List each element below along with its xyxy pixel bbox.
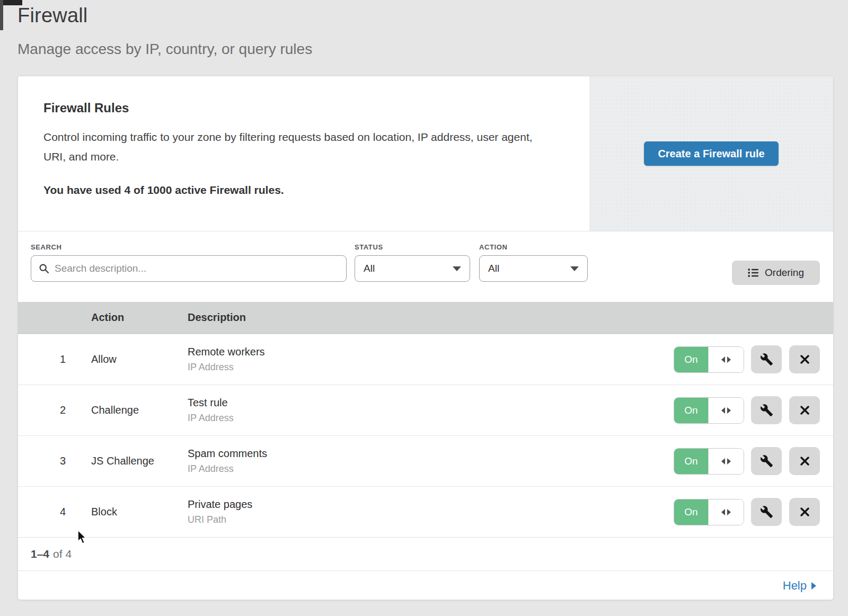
section-heading: Firewall Rules — [43, 101, 558, 115]
rule-priority: 1 — [18, 353, 66, 365]
rule-description-cell: Test rule IP Address — [188, 397, 676, 424]
usage-summary: You have used 4 of 1000 active Firewall … — [43, 184, 558, 197]
section-description: Control incoming traffic to your zone by… — [43, 127, 544, 166]
ordering-button-label: Ordering — [765, 267, 804, 279]
rule-priority: 3 — [18, 455, 66, 467]
page-subtitle: Manage access by IP, country, or query r… — [17, 41, 312, 58]
rule-description: Private pages — [188, 498, 676, 511]
search-filter-group: SEARCH — [31, 243, 347, 282]
rule-controls: On — [676, 498, 833, 526]
toggle-handle — [708, 398, 744, 423]
search-icon — [39, 263, 49, 274]
window-edge-artifact-left — [0, 0, 3, 30]
rule-description-cell: Remote workers IP Address — [188, 346, 676, 373]
rule-description: Remote workers — [188, 346, 676, 358]
filter-bar: SEARCH STATUS All ACTION All — [18, 231, 833, 302]
dropdown-arrow-icon — [570, 266, 579, 271]
create-firewall-rule-button[interactable]: Create a Firewall rule — [644, 141, 778, 166]
toggle-handle — [708, 449, 744, 474]
edit-rule-button[interactable] — [751, 498, 782, 526]
search-input[interactable] — [55, 263, 339, 274]
column-header-action: Action — [66, 311, 188, 324]
edit-rule-button[interactable] — [751, 345, 782, 373]
toggle-arrows-icon — [727, 407, 731, 414]
rule-action: Challenge — [66, 404, 188, 416]
column-header-description: Description — [188, 311, 676, 324]
table-header: Action Description — [18, 302, 833, 334]
status-label: STATUS — [355, 243, 470, 251]
status-selected-value: All — [364, 263, 375, 274]
action-filter-group: ACTION All — [479, 243, 588, 282]
help-arrow-icon — [811, 582, 816, 590]
help-label: Help — [783, 579, 807, 593]
toggle-on-label: On — [674, 499, 708, 525]
table-row: 3 JS Challenge Spam comments IP Address … — [18, 435, 833, 486]
create-rule-pane: Create a Firewall rule — [589, 76, 833, 231]
rule-field: IP Address — [188, 362, 676, 373]
action-label: ACTION — [479, 243, 588, 251]
wrench-icon — [760, 353, 773, 366]
delete-rule-button[interactable] — [789, 396, 820, 424]
rule-controls: On — [676, 345, 833, 373]
toggle-arrows-icon — [721, 509, 725, 515]
rule-priority: 4 — [18, 506, 66, 518]
pagination-total: of 4 — [53, 548, 72, 560]
toggle-handle — [708, 499, 744, 525]
search-box[interactable] — [31, 255, 347, 282]
pagination-range: 1–4 — [31, 548, 49, 560]
ordering-button[interactable]: Ordering — [732, 261, 820, 285]
rule-field: URI Path — [188, 514, 676, 525]
rule-action: Allow — [66, 353, 188, 365]
wrench-icon — [760, 454, 773, 468]
rule-enabled-toggle[interactable]: On — [674, 499, 744, 525]
toggle-on-label: On — [674, 347, 708, 372]
toggle-on-label: On — [674, 449, 708, 474]
rule-enabled-toggle[interactable]: On — [674, 398, 744, 423]
toggle-arrows-icon — [727, 356, 731, 363]
rule-field: IP Address — [188, 463, 676, 475]
close-icon — [799, 405, 810, 416]
toggle-arrows-icon — [721, 458, 725, 465]
pagination: 1–4 of 4 — [18, 537, 833, 570]
delete-rule-button[interactable] — [789, 447, 820, 475]
search-label: SEARCH — [31, 243, 347, 251]
rule-description-cell: Private pages URI Path — [188, 498, 676, 525]
intro-section: Firewall Rules Control incoming traffic … — [18, 76, 833, 231]
rule-action: JS Challenge — [66, 455, 188, 467]
help-link[interactable]: Help — [783, 579, 816, 593]
rule-controls: On — [676, 396, 833, 424]
table-row: 2 Challenge Test rule IP Address On — [18, 385, 833, 435]
table-row: 1 Allow Remote workers IP Address On — [18, 334, 833, 385]
rule-description: Spam comments — [188, 448, 676, 460]
close-icon — [799, 456, 810, 467]
action-select[interactable]: All — [479, 255, 588, 282]
rule-priority: 2 — [18, 404, 66, 416]
toggle-handle — [708, 347, 744, 372]
edit-rule-button[interactable] — [751, 447, 782, 475]
page-header: Firewall Manage access by IP, country, o… — [17, 4, 312, 58]
edit-rule-button[interactable] — [751, 396, 782, 424]
page-title: Firewall — [17, 4, 312, 27]
rule-enabled-toggle[interactable]: On — [674, 449, 744, 474]
status-filter-group: STATUS All — [355, 243, 470, 282]
action-selected-value: All — [488, 263, 499, 274]
toggle-arrows-icon — [727, 458, 731, 465]
card-footer: Help — [18, 570, 833, 600]
wrench-icon — [760, 404, 773, 417]
toggle-arrows-icon — [721, 356, 725, 363]
delete-rule-button[interactable] — [789, 498, 820, 526]
intro-text-pane: Firewall Rules Control incoming traffic … — [18, 76, 589, 231]
dropdown-arrow-icon — [453, 266, 461, 271]
rule-description-cell: Spam comments IP Address — [188, 448, 676, 475]
toggle-on-label: On — [674, 398, 708, 423]
toggle-arrows-icon — [727, 509, 731, 515]
rule-enabled-toggle[interactable]: On — [674, 347, 744, 372]
close-icon — [799, 354, 810, 365]
ordering-icon — [748, 268, 759, 278]
rule-controls: On — [676, 447, 833, 475]
status-select[interactable]: All — [355, 255, 470, 282]
delete-rule-button[interactable] — [789, 345, 820, 373]
close-icon — [799, 506, 810, 517]
rule-field: IP Address — [188, 413, 676, 424]
toggle-arrows-icon — [721, 407, 725, 414]
